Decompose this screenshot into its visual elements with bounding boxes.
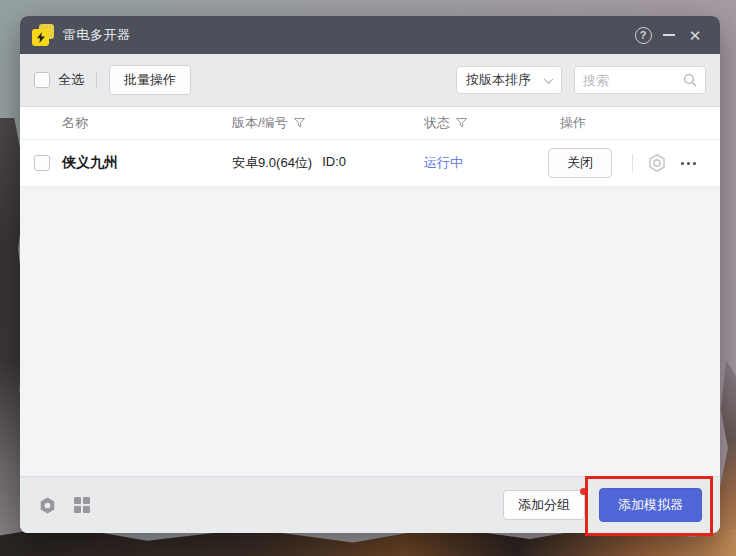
multi-instance-manager-window: 雷电多开器 ? ✕ 全选 批量操作 按版本排序	[20, 16, 720, 533]
ops-divider	[632, 154, 633, 172]
header-status[interactable]: 状态	[424, 114, 548, 132]
table-row[interactable]: 侠义九州 安卓9.0(64位) ID:0 运行中 关闭	[20, 140, 720, 187]
more-options-icon[interactable]	[681, 162, 696, 165]
instance-version: 安卓9.0(64位) ID:0	[232, 154, 424, 172]
filter-icon	[456, 118, 467, 128]
chevron-down-icon	[544, 74, 554, 84]
filter-icon	[294, 118, 305, 128]
minimize-icon	[663, 34, 675, 36]
close-button[interactable]: ✕	[682, 22, 708, 48]
titlebar: 雷电多开器 ? ✕	[20, 16, 720, 54]
select-all-checkbox[interactable]	[34, 72, 50, 88]
lightning-icon	[32, 29, 49, 46]
instance-list-empty-area	[20, 187, 720, 476]
window-title: 雷电多开器	[63, 26, 131, 44]
notification-dot	[580, 488, 587, 495]
header-name: 名称	[62, 114, 232, 132]
settings-gear-icon[interactable]	[38, 496, 57, 515]
search-icon	[683, 73, 697, 87]
close-icon: ✕	[689, 28, 702, 43]
toolbar: 全选 批量操作 按版本排序	[20, 54, 720, 107]
stop-instance-button[interactable]: 关闭	[548, 148, 612, 178]
toolbar-divider	[96, 72, 97, 88]
header-ops: 操作	[548, 114, 720, 132]
grid-view-icon[interactable]	[74, 497, 90, 513]
help-button[interactable]: ?	[630, 22, 656, 48]
select-all-label: 全选	[58, 71, 84, 89]
status-badge: 运行中	[424, 154, 548, 172]
sort-dropdown-value: 按版本排序	[466, 71, 531, 89]
search-input[interactable]	[583, 73, 683, 88]
batch-operations-button[interactable]: 批量操作	[109, 65, 191, 95]
app-logo-icon	[32, 24, 54, 46]
instance-name: 侠义九州	[62, 154, 232, 172]
add-group-button[interactable]: 添加分组	[503, 490, 585, 520]
help-icon: ?	[635, 27, 652, 44]
minimize-button[interactable]	[656, 22, 682, 48]
instance-id: ID:0	[322, 154, 346, 172]
row-checkbox[interactable]	[34, 155, 50, 171]
header-version[interactable]: 版本/编号	[232, 114, 424, 132]
wallpaper-rock-right	[718, 360, 736, 556]
sort-dropdown[interactable]: 按版本排序	[456, 66, 562, 94]
footer-bar: 添加分组 添加模拟器	[20, 476, 720, 533]
add-emulator-button[interactable]: 添加模拟器	[599, 488, 702, 522]
table-header: 名称 版本/编号 状态 操作	[20, 107, 720, 140]
instance-settings-icon[interactable]	[647, 153, 667, 173]
row-operations: 关闭	[548, 148, 720, 178]
search-box[interactable]	[574, 66, 706, 94]
